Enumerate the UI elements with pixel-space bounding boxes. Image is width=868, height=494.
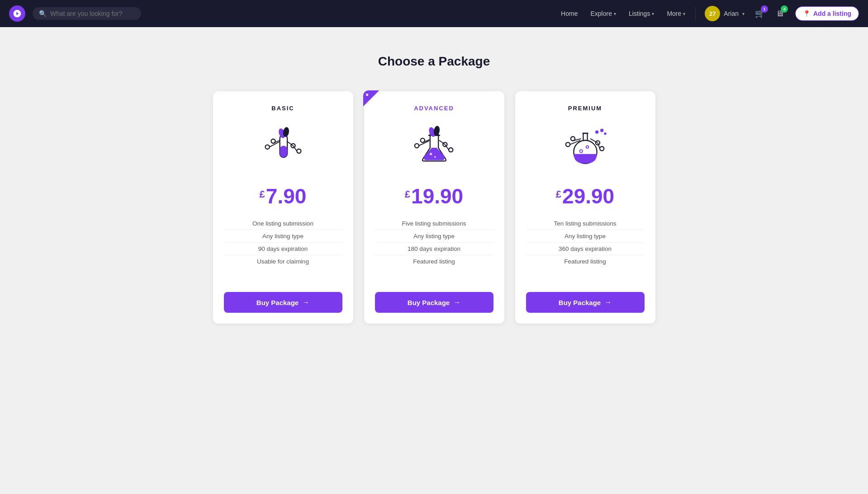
cart-badge: 1	[761, 5, 768, 13]
features-basic: One listing submission Any listing type …	[224, 217, 342, 268]
price-advanced: £ 19.90	[405, 186, 463, 207]
listings-chevron-icon: ▾	[652, 11, 654, 16]
page-title: Choose a Package	[378, 54, 490, 69]
feature-item: Featured listing	[526, 255, 645, 268]
svg-point-41	[604, 132, 607, 135]
svg-point-2	[297, 149, 301, 153]
price-basic: £ 7.90	[260, 186, 307, 207]
packages-grid: BASIC	[208, 91, 660, 324]
more-chevron-icon: ▾	[683, 11, 685, 16]
feature-item: Five listing submissions	[375, 217, 493, 230]
explore-chevron-icon: ▾	[614, 11, 616, 16]
search-bar[interactable]: 🔍	[33, 7, 141, 20]
buy-package-advanced-button[interactable]: Buy Package →	[375, 292, 493, 313]
package-icon-basic	[256, 121, 310, 175]
feature-item: Usable for claiming	[224, 255, 342, 268]
user-chevron-icon: ▾	[742, 11, 745, 16]
package-name-basic: BASIC	[271, 105, 294, 112]
nav-explore[interactable]: Explore ▾	[586, 7, 620, 20]
main-content: Choose a Package BASIC	[0, 27, 868, 342]
package-name-advanced: ADVANCED	[414, 105, 454, 112]
add-listing-button[interactable]: 📍 Add a listing	[795, 6, 859, 21]
nav-listings[interactable]: Listings ▾	[624, 7, 659, 20]
arrow-right-icon: →	[453, 298, 460, 306]
notifications-badge: 4	[781, 5, 788, 13]
avatar: 27	[705, 6, 720, 21]
svg-point-0	[265, 145, 269, 149]
navbar: 🔍 Home Explore ▾ Listings ▾ More ▾ 27 Ar…	[0, 0, 868, 27]
svg-point-25	[565, 142, 569, 146]
feature-item: Ten listing submissions	[526, 217, 645, 230]
package-name-premium: PREMIUM	[568, 105, 602, 112]
search-input[interactable]	[50, 10, 135, 17]
nav-divider	[695, 7, 696, 20]
svg-point-12	[414, 144, 418, 148]
feature-item: 90 days expiration	[224, 243, 342, 255]
package-icon-premium	[558, 121, 612, 175]
user-name: Arian	[724, 10, 739, 17]
feature-item: Any listing type	[224, 230, 342, 243]
search-icon: 🔍	[39, 10, 47, 17]
navbar-nav: Home Explore ▾ Listings ▾ More ▾ 27 Aria…	[556, 4, 859, 23]
package-card-basic: BASIC	[213, 91, 353, 324]
arrow-right-icon: →	[302, 298, 309, 306]
buy-package-basic-button[interactable]: Buy Package →	[224, 292, 342, 313]
nav-more[interactable]: More ▾	[662, 7, 690, 20]
feature-item: One listing submission	[224, 217, 342, 230]
features-premium: Ten listing submissions Any listing type…	[526, 217, 645, 268]
site-logo[interactable]	[9, 5, 25, 22]
package-card-premium: PREMIUM	[515, 91, 655, 324]
price-premium: £ 29.90	[556, 186, 614, 207]
svg-point-39	[595, 131, 598, 134]
svg-point-20	[429, 153, 432, 155]
svg-point-21	[434, 156, 436, 158]
feature-item: Any listing type	[375, 230, 493, 243]
package-card-advanced: ✦ ADVANCED	[364, 91, 504, 324]
svg-rect-9	[280, 146, 287, 157]
svg-point-40	[600, 129, 603, 132]
cart-button[interactable]: 🛒 1	[752, 5, 768, 22]
package-icon-advanced	[407, 121, 461, 175]
buy-package-premium-button[interactable]: Buy Package →	[526, 292, 645, 313]
notifications-button[interactable]: 🖥 4	[772, 5, 788, 22]
svg-point-27	[600, 146, 604, 151]
svg-point-14	[449, 148, 453, 152]
feature-item: 180 days expiration	[375, 243, 493, 255]
star-icon: ✦	[363, 92, 370, 99]
features-advanced: Five listing submissions Any listing typ…	[375, 217, 493, 268]
location-pin-icon: 📍	[803, 10, 811, 17]
arrow-right-icon: →	[604, 298, 612, 306]
nav-home[interactable]: Home	[556, 7, 582, 20]
user-menu[interactable]: 27 Arian ▾	[701, 4, 748, 23]
feature-item: Any listing type	[526, 230, 645, 243]
feature-item: 360 days expiration	[526, 243, 645, 255]
feature-item: Featured listing	[375, 255, 493, 268]
